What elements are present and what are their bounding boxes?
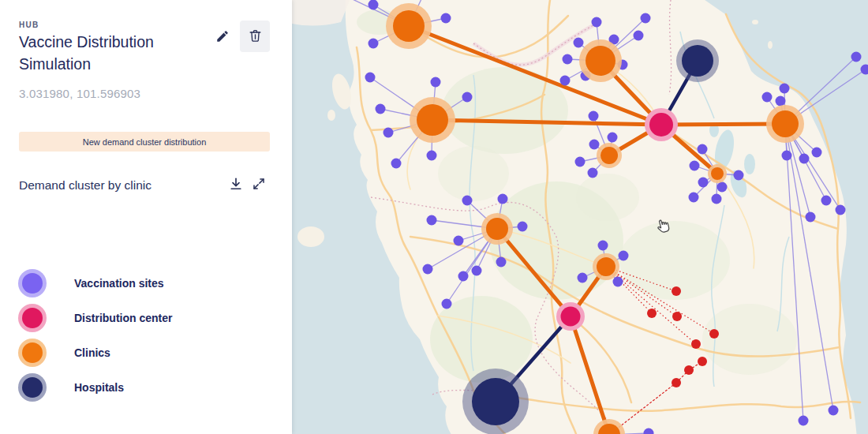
demand-point-dot[interactable] <box>672 286 681 296</box>
trash-icon <box>248 28 263 46</box>
vaccination-site-dot[interactable] <box>498 194 508 204</box>
notification-banner[interactable]: New demand cluster distribution <box>19 132 270 152</box>
sidebar: HUB Vaccine Distribution Simulation 3.03… <box>0 0 292 434</box>
vaccination-site-dot[interactable] <box>391 159 402 169</box>
vaccination-site-dot[interactable] <box>698 178 709 188</box>
vaccination-site-dot[interactable] <box>812 148 822 158</box>
vaccination-site-dot[interactable] <box>762 92 773 103</box>
legend-label-clinics: Clinics <box>74 346 110 359</box>
vaccination-site-dot[interactable] <box>462 196 473 206</box>
edit-button[interactable] <box>211 25 234 50</box>
clinic-node[interactable] <box>393 10 425 42</box>
vaccination-site-dot[interactable] <box>441 13 451 24</box>
delete-button[interactable] <box>240 21 270 52</box>
clinic-node[interactable] <box>597 257 615 276</box>
clinic-node[interactable] <box>417 104 448 136</box>
vaccination-site-dot[interactable] <box>383 128 394 138</box>
vaccination-site-dot[interactable] <box>376 104 386 114</box>
download-icon <box>228 182 244 194</box>
demand-point-dot[interactable] <box>709 329 719 339</box>
vaccination-site-dot[interactable] <box>563 54 573 65</box>
legend-item-hospitals[interactable]: Hospitals <box>19 370 270 405</box>
vaccination-site-dot[interactable] <box>369 39 379 49</box>
vaccination-site-dot[interactable] <box>575 157 586 167</box>
vaccination-site-dot[interactable] <box>458 271 469 282</box>
vaccination-site-dot[interactable] <box>829 406 839 416</box>
vaccination-site-dot[interactable] <box>780 84 790 94</box>
vaccination-site-dot[interactable] <box>799 154 810 164</box>
vaccination-site-dot[interactable] <box>472 266 482 276</box>
vaccination-site-dot[interactable] <box>592 17 602 28</box>
hub-label: HUB <box>19 21 211 29</box>
legend-item-vaccination-sites[interactable]: Vaccination sites <box>19 266 270 301</box>
vaccination-site-dot[interactable] <box>369 0 379 10</box>
vaccination-site-dot[interactable] <box>454 236 464 246</box>
demand-section-header: Demand cluster by clinic <box>19 172 270 198</box>
vaccination-site-dot[interactable] <box>782 151 792 161</box>
vaccination-site-dot[interactable] <box>598 241 608 251</box>
clinic-node[interactable] <box>486 218 508 240</box>
expand-button[interactable] <box>248 173 270 197</box>
demand-point-dot[interactable] <box>691 339 701 349</box>
distribution-center-swatch <box>22 308 43 328</box>
hospital-node[interactable] <box>472 378 519 425</box>
legend-item-distribution-center[interactable]: Distribution center <box>19 301 270 335</box>
vaccination-site-dot[interactable] <box>689 193 699 203</box>
expand-icon <box>252 181 266 193</box>
legend-item-clinics[interactable]: Clinics <box>19 335 270 370</box>
vaccination-site-dot[interactable] <box>634 31 644 41</box>
vaccination-site-dot[interactable] <box>712 194 722 204</box>
vaccination-site-dot[interactable] <box>836 205 846 215</box>
hub-text: HUB Vaccine Distribution Simulation <box>19 21 211 75</box>
vaccination-sites-swatch <box>22 273 43 294</box>
demand-point-dot[interactable] <box>684 365 694 375</box>
vaccination-site-dot[interactable] <box>806 212 816 223</box>
vaccination-site-dot[interactable] <box>462 92 473 103</box>
vaccination-site-dot[interactable] <box>589 140 600 150</box>
demand-point-dot[interactable] <box>672 378 681 387</box>
vaccination-site-dot[interactable] <box>427 151 437 161</box>
legend-label-distribution-center: Distribution center <box>74 312 172 324</box>
vaccination-site-dot[interactable] <box>619 251 629 261</box>
distribution-center-node[interactable] <box>649 113 673 137</box>
vaccination-site-dot[interactable] <box>821 196 832 206</box>
vaccination-site-dot[interactable] <box>698 144 708 155</box>
hub-header: HUB Vaccine Distribution Simulation <box>19 21 270 75</box>
vaccine-simulation-app: HUB Vaccine Distribution Simulation 3.03… <box>0 0 868 434</box>
vaccination-site-dot[interactable] <box>799 416 809 426</box>
clinic-node[interactable] <box>772 110 799 137</box>
vaccination-site-dot[interactable] <box>442 299 452 309</box>
vaccination-site-dot[interactable] <box>431 77 441 88</box>
vaccination-site-dot[interactable] <box>423 264 433 275</box>
vaccination-site-dot[interactable] <box>365 73 376 83</box>
map-canvas[interactable] <box>292 0 868 434</box>
vaccination-site-dot[interactable] <box>588 168 598 178</box>
vaccination-site-dot[interactable] <box>608 133 618 143</box>
distribution-center-node[interactable] <box>561 307 581 327</box>
vaccination-site-dot[interactable] <box>734 170 744 181</box>
legend-label-vaccination-sites: Vaccination sites <box>74 277 164 290</box>
vaccination-site-dot[interactable] <box>496 257 507 268</box>
section-title: Demand cluster by clinic <box>19 178 224 193</box>
vaccination-site-dot[interactable] <box>717 182 728 193</box>
demand-point-dot[interactable] <box>698 357 707 366</box>
vaccination-site-dot[interactable] <box>518 222 528 232</box>
vaccination-site-dot[interactable] <box>613 277 623 287</box>
vaccination-site-dot[interactable] <box>690 161 700 171</box>
clinic-node[interactable] <box>586 46 615 76</box>
clinics-swatch <box>22 342 43 363</box>
demand-point-dot[interactable] <box>672 312 682 321</box>
hospital-node[interactable] <box>682 45 713 77</box>
vaccination-site-dot[interactable] <box>776 96 786 107</box>
vaccination-site-dot[interactable] <box>427 215 437 226</box>
vaccination-site-dot[interactable] <box>589 111 599 122</box>
vaccination-site-dot[interactable] <box>851 52 862 62</box>
vaccination-site-dot[interactable] <box>560 76 571 86</box>
vaccination-site-dot[interactable] <box>574 38 584 48</box>
demand-point-dot[interactable] <box>647 309 657 318</box>
vaccination-site-dot[interactable] <box>641 13 651 24</box>
download-button[interactable] <box>224 172 248 198</box>
clinic-node[interactable] <box>711 167 724 180</box>
vaccination-site-dot[interactable] <box>578 273 588 283</box>
clinic-node[interactable] <box>600 147 618 164</box>
